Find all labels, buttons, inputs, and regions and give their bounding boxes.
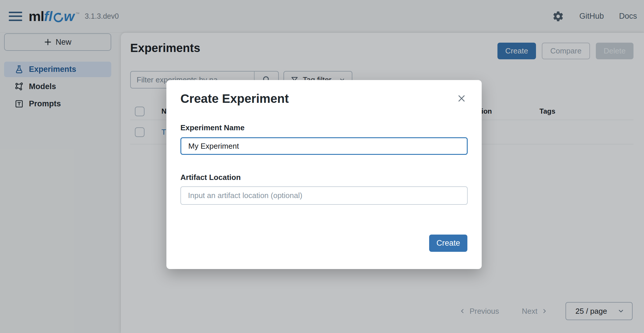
close-icon xyxy=(457,93,467,103)
modal-create-button[interactable]: Create xyxy=(429,235,467,252)
experiment-name-input[interactable] xyxy=(180,137,468,155)
close-button[interactable] xyxy=(457,93,467,103)
modal-title: Create Experiment xyxy=(180,92,289,106)
experiment-name-label: Experiment Name xyxy=(180,123,245,132)
artifact-location-input[interactable] xyxy=(180,186,468,205)
artifact-location-label: Artifact Location xyxy=(180,173,241,182)
create-experiment-modal: Create Experiment Experiment Name Artifa… xyxy=(166,80,482,269)
